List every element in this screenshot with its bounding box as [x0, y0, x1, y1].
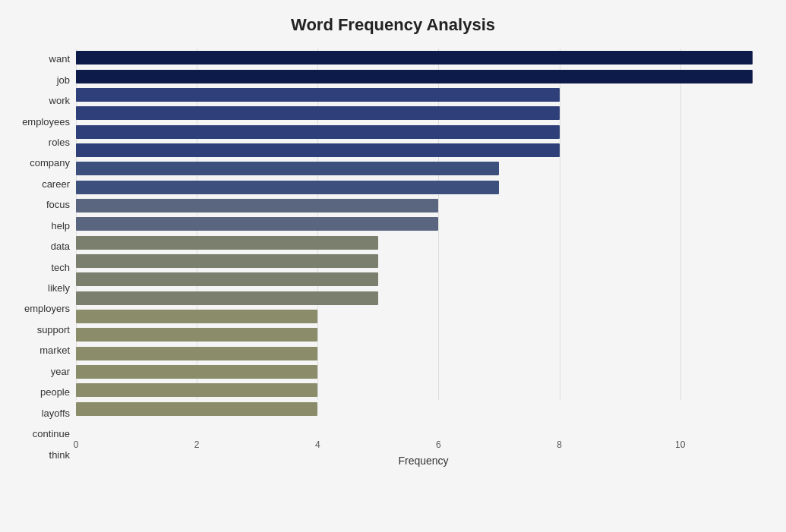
bar: [76, 236, 378, 250]
bars-area: 0246810 Frequency: [76, 49, 771, 467]
bar-row: [76, 124, 771, 140]
bar: [76, 291, 378, 305]
y-label: focus: [46, 197, 70, 213]
x-tick: 10: [675, 439, 685, 450]
y-label: company: [30, 155, 70, 172]
bar-row: [76, 308, 771, 325]
bar-row: [76, 345, 771, 362]
bar: [76, 181, 499, 194]
bar: [76, 254, 378, 268]
y-label: year: [51, 363, 70, 379]
bars-rows: [76, 49, 771, 436]
bar-row: [76, 382, 771, 398]
bar: [76, 272, 378, 286]
y-label: employees: [22, 113, 70, 130]
bar-row: [76, 271, 771, 288]
bar-row: [76, 179, 771, 196]
y-label: employers: [24, 301, 70, 317]
y-label: people: [40, 384, 70, 401]
x-tick: 6: [436, 439, 441, 450]
x-axis: 0246810: [76, 436, 771, 452]
bar: [76, 143, 560, 157]
y-label: layoffs: [42, 405, 70, 421]
y-label: work: [49, 93, 70, 109]
x-axis-label: Frequency: [398, 455, 448, 467]
y-label: data: [51, 238, 70, 255]
bar: [76, 310, 317, 323]
bar: [76, 106, 560, 120]
bar: [76, 383, 317, 397]
x-tick: 2: [194, 439, 200, 450]
bar: [76, 125, 560, 139]
bar-row: [76, 326, 771, 343]
chart-area: wantjobworkemployeesrolescompanycareerfo…: [15, 49, 771, 467]
y-label: tech: [51, 259, 70, 275]
bar-row: [76, 160, 771, 177]
bar-row: [76, 401, 771, 417]
x-axis-label-container: Frequency: [76, 455, 771, 467]
chart-container: Word Frequency Analysis wantjobworkemplo…: [0, 0, 786, 532]
bar: [76, 88, 560, 102]
chart-title: Word Frequency Analysis: [15, 8, 771, 49]
y-label: want: [49, 51, 70, 68]
y-label: continue: [33, 426, 70, 442]
bar-row: [76, 290, 771, 307]
bar: [76, 402, 317, 416]
bar-row: [76, 216, 771, 232]
bar-row: [76, 142, 771, 159]
bar-row: [76, 364, 771, 380]
y-label: likely: [48, 280, 70, 297]
bar-row: [76, 87, 771, 103]
bar-row: [76, 49, 771, 66]
bar-row: [76, 253, 771, 269]
bar: [76, 199, 438, 212]
bar: [76, 347, 317, 360]
y-label: help: [51, 217, 70, 234]
grid-and-bars: [76, 49, 771, 436]
x-tick: 4: [315, 439, 320, 450]
y-label: career: [42, 175, 70, 192]
y-label: think: [49, 446, 70, 463]
bar: [76, 70, 753, 83]
y-label: market: [39, 342, 70, 359]
y-label: job: [57, 71, 70, 88]
x-tick: 0: [74, 439, 79, 450]
bar-row: [76, 235, 771, 251]
bar-row: [76, 105, 771, 121]
bar-row: [76, 197, 771, 214]
y-label: support: [37, 321, 70, 338]
y-axis: wantjobworkemployeesrolescompanycareerfo…: [15, 49, 76, 467]
bar-row: [76, 68, 771, 85]
bar: [76, 162, 499, 175]
bar: [76, 365, 317, 379]
y-label: roles: [49, 134, 70, 150]
bar: [76, 328, 317, 342]
bar: [76, 51, 753, 65]
x-tick: 8: [557, 439, 562, 450]
bar: [76, 217, 438, 231]
